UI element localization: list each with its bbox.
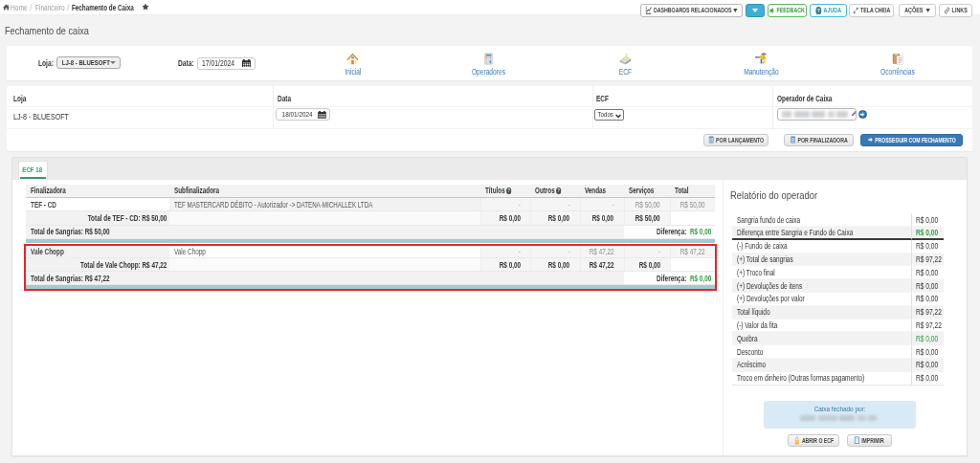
svg-text:?: ? (508, 188, 511, 194)
svg-text:?: ? (558, 188, 561, 194)
svg-text:?: ? (817, 7, 820, 13)
